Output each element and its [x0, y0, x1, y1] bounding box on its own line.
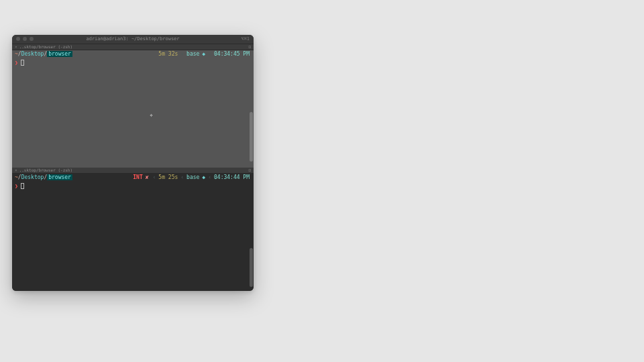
tab-close-icon[interactable]: ×	[15, 44, 17, 49]
pane-bottom[interactable]: × ..sktop/browser (-zsh) ⊡ ~/Desktop/bro…	[12, 168, 254, 291]
tab-bottom[interactable]: × ..sktop/browser (-zsh)	[15, 168, 72, 172]
sep-icon: ‹	[208, 175, 211, 180]
cursor-block	[21, 60, 24, 66]
prompt-chevron-icon: ❯	[15, 183, 18, 189]
cursor-block	[21, 183, 24, 189]
tabbar-top: × ..sktop/browser (-zsh) ⊡	[12, 44, 254, 50]
mouse-cursor-icon: ⌖	[150, 112, 153, 119]
exit-status-x-icon: ✘	[146, 175, 149, 180]
window-titlebar[interactable]: adrian@adrian3: ~/Desktop/browser ⌥⌘1	[12, 35, 254, 44]
statusline-bottom: ~/Desktop/browser INT ✘ ‹ 5m 25s ‹ base …	[12, 174, 254, 182]
minimize-dot[interactable]	[23, 37, 27, 41]
terminal-body-top[interactable]: ❯ ⌖	[12, 58, 254, 168]
tab-close-icon[interactable]: ×	[15, 168, 17, 172]
tab-top[interactable]: × ..sktop/browser (-zsh)	[15, 44, 72, 49]
diamond-icon: ◆	[202, 52, 205, 57]
prompt-line[interactable]: ❯	[15, 183, 251, 190]
cwd-path: ~/Desktop/browser	[12, 174, 75, 181]
prompt-line[interactable]: ❯	[15, 60, 251, 66]
scrollbar-bottom[interactable]	[250, 248, 253, 288]
tabbar-bottom: × ..sktop/browser (-zsh) ⊡	[12, 168, 254, 174]
clock: 04:34:45 PM	[214, 52, 250, 57]
tab-right-icon[interactable]: ⊡	[248, 44, 251, 49]
scrollbar-top[interactable]	[250, 112, 253, 162]
prompt-chevron-icon: ❯	[15, 60, 18, 66]
terminal-body-bottom[interactable]: ❯	[12, 182, 254, 291]
last-duration: 5m 25s	[158, 175, 178, 180]
window-title: adrian@adrian3: ~/Desktop/browser	[12, 36, 254, 42]
cwd-path: ~/Desktop/browser	[12, 51, 75, 58]
conda-env: base	[186, 175, 199, 180]
exit-status-int: INT	[133, 175, 142, 180]
close-dot[interactable]	[16, 37, 20, 41]
diamond-icon: ◆	[202, 175, 205, 180]
sep-icon: ‹	[180, 175, 184, 180]
tab-right-icon[interactable]: ⊡	[248, 168, 251, 172]
sep-icon: ‹	[208, 52, 211, 57]
terminal-window: adrian@adrian3: ~/Desktop/browser ⌥⌘1 × …	[12, 35, 254, 291]
tab-label: ..sktop/browser (-zsh)	[19, 44, 72, 49]
tab-label: ..sktop/browser (-zsh)	[19, 168, 72, 172]
conda-env: base	[186, 52, 199, 57]
traffic-lights[interactable]	[16, 37, 34, 41]
clock: 04:34:44 PM	[214, 175, 250, 180]
zoom-dot[interactable]	[30, 37, 34, 41]
sep-icon: ‹	[153, 175, 156, 180]
pane-top[interactable]: × ..sktop/browser (-zsh) ⊡ ~/Desktop/bro…	[12, 44, 254, 168]
last-duration: 5m 32s	[158, 52, 178, 57]
sep-icon: ‹	[180, 52, 184, 57]
titlebar-right-indicator: ⌥⌘1	[241, 36, 250, 42]
statusline-top: ~/Desktop/browser 5m 32s ‹ base ◆ ‹ 04:3…	[12, 50, 254, 58]
